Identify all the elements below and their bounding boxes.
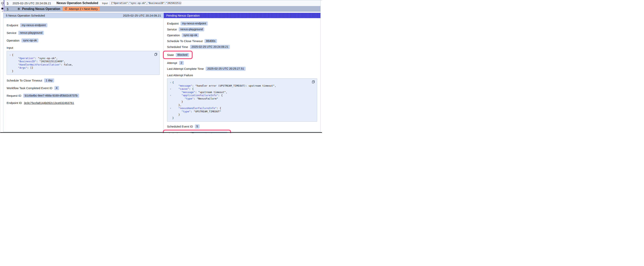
field-row: Scheduled Time2025-02-25 UTC 20:24:09.21 [167,45,318,49]
endpoint-id-link[interactable]: 3c0c75ccfa8144b092c13ce632463761 [24,101,74,105]
state-highlight-annotation: State Blocked [163,51,192,59]
next-row-divider [0,132,322,133]
field-row: Operationsync-op-ok [7,39,160,43]
scheduled-card-time: 2025-02-25 UTC 20:24:09.21 [123,14,161,17]
gutter-spacer [8,66,12,70]
field-value-chip: nexus-playground [179,27,204,31]
field-row: Endpointmy-nexus-endpoint [167,22,318,26]
collapse-chevron-icon[interactable]: ∨ [169,81,172,84]
failure-section-label: Last Attempt Failure [167,74,318,77]
gutter-spacer [8,63,12,67]
gutter-spacer [8,70,12,73]
scheduled-card-title: 5 Nexus Operation Scheduled [6,14,45,17]
field-row: Schedule To Close Timeout86400s [167,39,318,43]
copy-icon[interactable] [312,80,315,84]
pending-event-id-link[interactable]: 5 [7,7,8,11]
json-code-line: "type": "NexusFailure" [172,97,218,100]
scheduled-event-card-header: 5 Nexus Operation Scheduled 2025-02-25 U… [3,13,164,18]
field-row: Workflow Task Completed Event ID4 [7,86,160,90]
json-code-line: { [12,54,14,57]
json-code-line: "Args": [] [12,66,33,70]
field-row: Operationsync-op-ok [167,33,318,37]
last-attempt-time-chip: 2025-02-25 UTC 20:25:27.51 [206,67,246,71]
pending-row-title: Pending Nexus Operation [22,7,60,11]
field-label: Request ID [7,94,21,97]
json-code-line: "nexusHandlerFailureInfo": { [172,107,221,110]
field-label: Scheduled Time [167,45,188,49]
collapse-chevron-icon[interactable]: ∨ [169,107,172,110]
pending-card-header: Pending Nexus Operation [164,13,321,18]
gutter-spacer [8,60,12,63]
field-value-chip: 2025-02-25 UTC 20:24:09.21 [190,45,230,49]
scrollbar-track[interactable] [320,0,322,133]
field-label: Endpoint [167,22,178,25]
gutter-spacer [169,97,172,100]
gutter-spacer [169,113,172,116]
field-label: Schedule To Close Timeout [167,39,202,43]
pending-operation-card: Pending Nexus Operation Endpointmy-nexus… [164,13,321,132]
field-row: Attempt2 [167,61,318,65]
gutter-spacer [169,104,172,107]
field-row: Scheduled Event ID 5 [167,124,318,129]
endpoint-id-label: Endpoint ID [7,101,22,105]
field-value-chip: 4 [54,86,59,90]
field-label: Workflow Task Completed Event ID [7,86,52,90]
gutter-spacer [169,84,172,88]
event-timestamp: 2025-02-25 UTC 20:24:09.21 [12,2,51,5]
json-code-line: "type": "UPSTREAM_TIMEOUT" [172,110,221,113]
json-code-line: } [172,113,180,116]
json-code-line: "cause": { [172,87,194,91]
field-value-chip: nexus-playground [18,31,44,35]
failure-json-viewer: ∨{ "message": "handler error (UPSTREAM_T… [167,78,317,122]
json-code-line: } [12,70,14,73]
pending-card-title: Pending Nexus Operation [166,14,200,17]
pending-nexus-operation-row[interactable]: 5 Pending Nexus Operation Attempt 2 • Ne… [5,6,321,12]
scheduled-event-id-chip: 5 [195,124,200,129]
gutter-spacer [169,116,172,120]
json-code-line: } [172,116,174,120]
input-json-viewer: ∨{ "Operation": "sync-op-ok", "BusinessI… [7,51,160,75]
event-title: Nexus Operation Scheduled [56,1,98,5]
field-value-chip: my-nexus-endpoint [20,23,47,27]
field-label: Service [7,31,16,35]
json-code-line: "message": "handler error (UPSTREAM_TIME… [172,84,276,88]
event-row-nexus-operation-scheduled[interactable]: 5 2025-02-25 UTC 20:24:09.21 Nexus Opera… [5,0,321,6]
field-value-chip: my-nexus-endpoint [180,22,208,26]
pending-filled-circle-icon [1,7,4,10]
last-attempt-time-label: Last Attempt Complete Time [167,67,204,70]
event-id-link[interactable]: 5 [7,2,8,5]
field-row: Endpointmy-nexus-endpoint [7,23,160,27]
field-row: Endpoint ID 3c0c75ccfa8144b092c13ce63246… [7,101,160,105]
json-code-line: "HandlerWaitForCancellation": false, [12,63,73,67]
field-label: Schedule To Close Timeout [7,79,42,82]
input-preview-chip: {"Operation":"sync-op-ok","BusinessID":"… [109,1,181,5]
retry-attempt-badge: Attempt 2 • Next Retry [62,7,100,11]
json-code-line: }, [172,104,182,107]
json-code-line: "Operation": "sync-op-ok", [12,57,58,60]
field-value-chip: sync-op-ok [22,39,38,43]
selected-event-accent-bar [4,0,4,12]
field-label: Service [167,28,177,31]
scheduled-event-id-label: Scheduled Event ID [167,125,193,128]
state-value-chip: Blocked [176,53,189,57]
collapse-chevron-icon[interactable]: ∨ [8,54,12,57]
copy-icon[interactable] [154,53,158,56]
pending-asterisk-icon [17,8,20,10]
input-label: Input [102,2,108,5]
event-detail-panel: 5 Nexus Operation Scheduled 2025-02-25 U… [3,13,321,132]
field-row: Servicenexus-playground [167,27,318,31]
gutter-spacer [169,110,172,113]
json-code-line: "message": "upstream timeout", [172,91,227,94]
gutter-spacer [169,91,172,94]
retry-badge-label: Attempt 2 • Next Retry [69,7,98,11]
collapse-chevron-icon[interactable]: ∨ [169,94,172,97]
retry-icon [64,8,68,10]
field-row: Schedule To Close Timeout1 day [7,78,160,83]
json-code-line: { [172,81,174,84]
attempt-value-chip: 2 [179,61,184,65]
field-value-chip: sync-op-ok [182,33,199,37]
field-row: Last Attempt Complete Time2025-02-25 UTC… [167,67,318,71]
json-code-line: "BusinessID": "20250225122409", [12,60,65,63]
collapse-chevron-icon[interactable]: ∨ [169,87,172,91]
field-row: Servicenexus-playground [7,31,160,35]
